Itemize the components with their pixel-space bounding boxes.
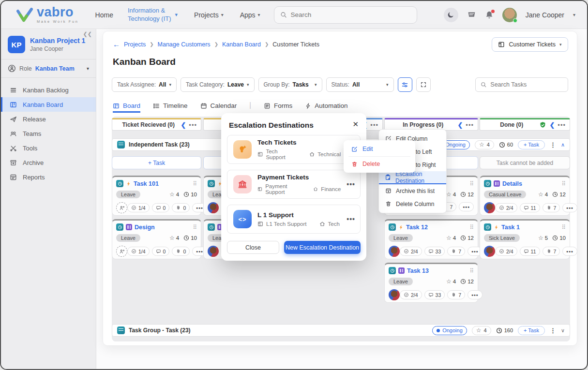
drag-handle-icon[interactable]: ⠿ — [561, 180, 566, 187]
card-menu-icon[interactable]: ••• — [562, 247, 577, 256]
task-search-input[interactable] — [490, 81, 563, 88]
task-group-bar-bottom[interactable]: Task Group - Task (23) Ongoing ☆4 160 + … — [112, 324, 570, 337]
card-menu-icon[interactable]: ••• — [562, 203, 577, 212]
menu-item-archive-this-list[interactable]: Archive this list — [379, 184, 446, 197]
card-menu-icon[interactable]: ••• — [459, 202, 474, 211]
sidebar-item-kanban-board[interactable]: Kanban Board — [1, 97, 96, 112]
drag-handle-icon[interactable]: ⠿ — [469, 180, 474, 187]
filter-group-by[interactable]: Group By:Tasks▾ — [258, 77, 322, 92]
drag-handle-icon[interactable]: ⠿ — [469, 267, 474, 274]
nav-projects-dropdown[interactable]: Projects▾ — [194, 11, 224, 19]
chevron-left-icon[interactable]: ❮ — [457, 121, 463, 129]
comments-pill[interactable]: 11 — [520, 247, 540, 256]
fullscreen-button[interactable] — [416, 77, 431, 92]
task-title[interactable]: Task 12 — [406, 224, 428, 231]
comments-pill[interactable]: 0 — [152, 247, 170, 256]
breadcrumb-projects[interactable]: Projects — [124, 41, 146, 48]
column-header-done[interactable]: Done (0) ❮••• — [480, 118, 570, 131]
attachments-pill[interactable]: 7 — [447, 290, 465, 299]
comments-pill[interactable]: 33 — [424, 290, 445, 299]
global-search-input[interactable] — [290, 11, 410, 18]
new-escalation-destination-button[interactable]: New Escalation Destination — [284, 241, 361, 254]
project-header[interactable]: KP Kanban Project 1 Jane Cooper — [1, 29, 96, 59]
nav-home[interactable]: Home — [95, 11, 113, 19]
task-title[interactable]: Details — [502, 180, 522, 187]
card-menu-icon[interactable]: ••• — [467, 290, 482, 299]
task-card[interactable]: Design ⠿ Leave ☆4 10 1/4 0 0 — [112, 219, 201, 259]
filter-task-category[interactable]: Task Category:Leave▾ — [181, 77, 255, 92]
assignee-avatar[interactable] — [484, 202, 495, 213]
tab-calendar[interactable]: Calendar — [200, 102, 237, 113]
drag-handle-icon[interactable]: ⠿ — [561, 224, 566, 231]
tab-automation[interactable]: Automation — [305, 102, 347, 113]
tab-forms[interactable]: Forms — [264, 102, 292, 113]
assignee-avatar[interactable] — [484, 246, 495, 257]
assignee-avatar[interactable] — [389, 289, 400, 300]
collapse-group-icon[interactable]: ∧ — [561, 142, 565, 148]
attachments-pill[interactable]: 7 — [543, 247, 560, 256]
filter-status[interactable]: Status:All▾ — [326, 77, 394, 92]
filter-settings-button[interactable] — [398, 77, 412, 92]
global-search[interactable] — [274, 6, 417, 24]
checklist-pill[interactable]: 2/4 — [400, 290, 422, 299]
sidebar-item-reports[interactable]: Reports — [1, 170, 96, 184]
tab-timeline[interactable]: Timeline — [153, 102, 188, 113]
close-icon[interactable]: ✕ — [352, 120, 359, 129]
sidebar-item-kanban-backlog[interactable]: Kanban Backlog — [1, 83, 96, 97]
attachments-pill[interactable]: 7 — [543, 203, 560, 212]
sidebar-item-archive[interactable]: Archive — [1, 155, 96, 170]
breadcrumb-manage-customers[interactable]: Manage Customers — [158, 41, 211, 48]
checklist-pill[interactable]: 2/4 — [495, 203, 517, 212]
menu-item-escalation-destination[interactable]: Escalation Destination — [379, 171, 446, 184]
role-selector[interactable]: Role Kanban Team ▾ — [1, 59, 96, 78]
checklist-pill[interactable]: 2/4 — [400, 247, 422, 256]
view-switcher[interactable]: Customer Tickets ▾ — [492, 37, 568, 52]
chevron-left-icon[interactable]: ❮ — [549, 121, 555, 129]
drag-handle-icon[interactable]: ⠿ — [193, 224, 197, 231]
assignee-avatar[interactable] — [208, 202, 219, 213]
tab-board[interactable]: Board — [113, 102, 140, 113]
close-button[interactable]: Close — [227, 241, 279, 254]
popup-edit[interactable]: Edit — [344, 142, 415, 156]
notifications-button[interactable] — [485, 11, 494, 19]
task-title[interactable]: Design — [135, 224, 155, 231]
task-card[interactable]: Details ⠿ Casual Leave ☆4 12 2/4 11 7 — [480, 176, 570, 216]
comments-pill[interactable]: 11 — [520, 203, 540, 212]
user-avatar[interactable] — [502, 8, 517, 22]
sidebar-item-tools[interactable]: Tools — [1, 141, 96, 155]
column-menu-icon[interactable]: ••• — [558, 121, 566, 129]
expand-group-icon[interactable]: ∨ — [561, 327, 565, 334]
task-card[interactable]: Task 12 ⠿ Leave ☆4 12 2/4 33 7 — [384, 219, 478, 259]
escalation-item-tech-tickets[interactable]: Tech Tickets Tech Support Technical ••• — [227, 135, 361, 164]
status-badge[interactable]: Ongoing — [432, 326, 467, 335]
checklist-pill[interactable]: 1/4 — [127, 247, 150, 256]
add-task-button[interactable]: + Task — [518, 140, 545, 149]
chevron-down-icon[interactable]: ▾ — [573, 12, 575, 17]
assignee-avatar[interactable] — [389, 246, 400, 257]
sidebar-item-release[interactable]: Release — [1, 112, 96, 126]
task-card[interactable]: Task 1 ⠿ Sick Leave ☆5 10 2/4 11 7 — [480, 219, 570, 259]
assign-user-button[interactable] — [116, 202, 127, 213]
assignee-avatar[interactable] — [208, 246, 219, 257]
task-card[interactable]: Task 13 ⠿ Leave ☆4 12 2/4 33 7 — [384, 263, 478, 303]
assign-user-button[interactable] — [116, 246, 127, 257]
column-menu-icon[interactable]: ••• — [189, 121, 197, 129]
escalation-item-payment-tickets[interactable]: Payment Tickets Payment Support Finance … — [227, 170, 361, 199]
chevron-left-icon[interactable]: ❮ — [181, 121, 186, 129]
menu-item-delete-column[interactable]: Delete Column — [379, 197, 446, 210]
column-menu-icon[interactable]: ••• — [466, 121, 474, 129]
task-title[interactable]: Task 101 — [134, 180, 159, 187]
task-title[interactable]: Task 1 — [501, 224, 520, 231]
nav-it-dropdown[interactable]: Information &Technology (IT) ▾ — [128, 7, 178, 23]
dark-mode-toggle[interactable] — [444, 8, 458, 22]
drag-handle-icon[interactable]: ⠿ — [193, 180, 197, 187]
checklist-pill[interactable]: 1/4 — [127, 203, 150, 212]
attachments-pill[interactable]: 0 — [172, 203, 190, 212]
add-task-button[interactable]: + Task — [112, 156, 201, 169]
drag-handle-icon[interactable]: ⠿ — [469, 224, 474, 231]
comments-pill[interactable]: 0 — [152, 203, 170, 212]
breadcrumb-kanban-board[interactable]: Kanban Board — [222, 41, 261, 48]
item-menu-icon[interactable]: ••• — [347, 215, 355, 223]
add-task-button[interactable]: + Task — [518, 326, 545, 335]
checklist-pill[interactable]: 2/4 — [495, 247, 517, 256]
